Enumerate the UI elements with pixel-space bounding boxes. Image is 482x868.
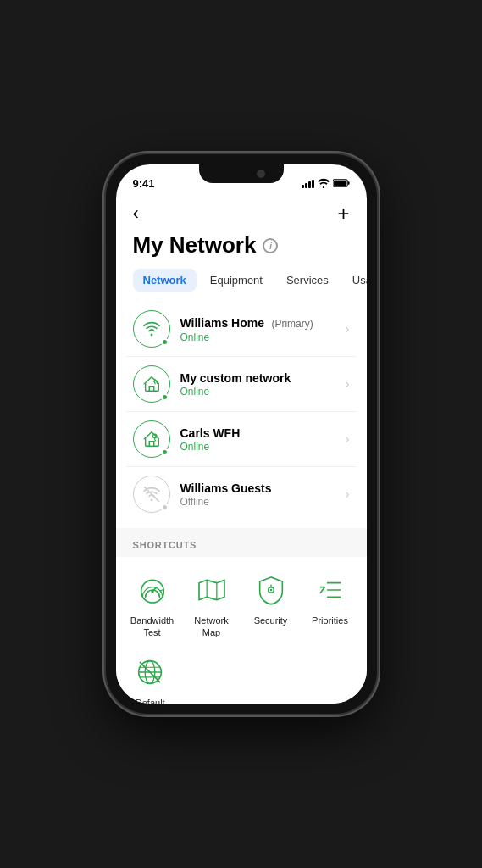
network-item[interactable]: Williams Guests Offline ›	[126, 467, 357, 521]
wifi-slash-icon	[142, 485, 161, 504]
chevron-icon: ›	[345, 376, 349, 392]
shortcut-default-restrictions[interactable]: DefaultRestrictions	[126, 649, 175, 704]
camera	[257, 170, 265, 178]
shortcut-priorities[interactable]: Priorities	[304, 567, 357, 643]
speedometer-icon	[133, 570, 172, 609]
svg-rect-2	[347, 181, 349, 185]
shortcuts-row2: DefaultRestrictions	[116, 649, 367, 704]
status-time: 9:41	[133, 177, 155, 190]
network-item[interactable]: Carls WFH Online ›	[126, 412, 357, 467]
svg-rect-1	[334, 181, 346, 186]
back-button[interactable]: ‹	[133, 203, 139, 225]
main-content: ‹ + My Network i Network Equipment Servi…	[116, 195, 367, 704]
shortcut-security[interactable]: Security	[245, 567, 297, 643]
network-badge: (Primary)	[271, 318, 313, 330]
priorities-icon	[311, 570, 350, 609]
network-name: Williams Guests	[180, 481, 346, 495]
phone-screen: 9:41	[116, 164, 367, 704]
shortcut-priorities-label: Priorities	[312, 615, 348, 626]
network-item[interactable]: Williams Home (Primary) Online ›	[126, 302, 357, 357]
chevron-icon: ›	[345, 431, 349, 447]
network-icon-custom	[133, 365, 170, 403]
tab-usage[interactable]: Usage	[342, 269, 367, 292]
tab-bar: Network Equipment Services Usage	[116, 269, 367, 292]
add-button[interactable]: +	[337, 202, 349, 225]
shortcuts-label: SHORTCUTS	[133, 540, 197, 550]
svg-point-11	[269, 589, 272, 592]
network-icon-guests	[133, 476, 170, 513]
shortcuts-section: SHORTCUTS	[116, 528, 367, 557]
svg-point-7	[151, 590, 153, 593]
signal-icon	[302, 178, 314, 188]
shortcut-networkmap-label: NetworkMap	[194, 615, 228, 639]
network-list: Williams Home (Primary) Online ›	[116, 302, 367, 521]
status-dot-online	[161, 338, 169, 346]
page-title: My Network	[133, 232, 257, 259]
chevron-icon: ›	[345, 487, 349, 502]
network-status: Offline	[180, 496, 346, 508]
info-button[interactable]: i	[263, 238, 278, 253]
network-name: Williams Home	[180, 316, 264, 330]
chevron-icon: ›	[345, 321, 349, 337]
network-icon-williams-home	[133, 310, 170, 348]
home-key-icon	[142, 430, 161, 448]
network-name: Carls WFH	[180, 426, 346, 440]
status-dot-online	[161, 393, 169, 401]
network-status: Online	[180, 331, 346, 343]
tab-services[interactable]: Services	[276, 269, 339, 292]
map-icon	[192, 570, 231, 609]
network-item[interactable]: My custom network Online ›	[126, 357, 357, 412]
network-icon-carls	[133, 420, 170, 458]
wifi-network-icon	[142, 320, 161, 338]
network-info: Williams Home (Primary) Online	[180, 315, 346, 343]
shortcut-bandwidth-label: BandwidthTest	[130, 615, 174, 639]
network-status: Online	[180, 386, 346, 398]
shortcut-restrictions-label: DefaultRestrictions	[126, 697, 175, 704]
network-status: Online	[180, 441, 346, 453]
shield-icon	[252, 570, 291, 609]
network-info: Williams Guests Offline	[180, 481, 346, 508]
network-info: Carls WFH Online	[180, 426, 346, 453]
status-icons	[302, 178, 350, 188]
status-dot-online	[161, 448, 169, 456]
network-info: My custom network Online	[180, 371, 346, 398]
phone-frame: 9:41	[106, 154, 377, 714]
shortcut-security-label: Security	[254, 615, 288, 626]
network-name: My custom network	[180, 371, 346, 385]
globe-slash-icon	[130, 653, 169, 692]
home-network-icon	[142, 375, 161, 393]
page-title-row: My Network i	[116, 229, 367, 269]
wifi-icon	[318, 178, 330, 188]
status-dot-offline	[161, 504, 169, 511]
shortcuts-grid: BandwidthTest NetworkMap	[116, 557, 367, 649]
tab-network[interactable]: Network	[133, 269, 197, 292]
shortcut-bandwidth-test[interactable]: BandwidthTest	[126, 567, 179, 643]
notch	[199, 164, 284, 183]
app-header: ‹ +	[116, 195, 367, 229]
shortcut-network-map[interactable]: NetworkMap	[186, 567, 238, 643]
battery-icon	[333, 178, 350, 188]
tab-equipment[interactable]: Equipment	[200, 269, 273, 292]
network-name-row: Williams Home (Primary)	[180, 315, 346, 331]
